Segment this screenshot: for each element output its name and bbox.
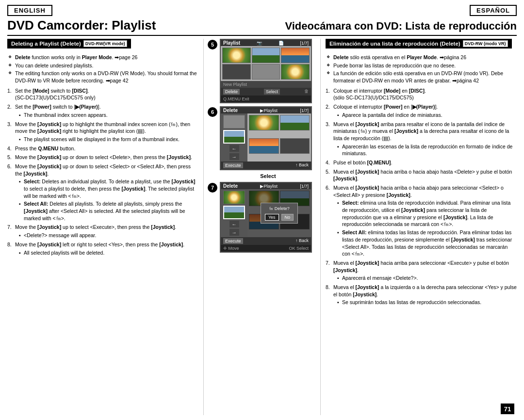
step-circle-7: 7 (208, 183, 217, 193)
note-item: You can delete undesired playlists. (8, 62, 198, 69)
step-es-1: 1. Coloque el interruptor [Mode] en [DIS… (326, 87, 517, 101)
lcd-screen-6: Delete ▶Playlist [1/7] ← → (220, 106, 312, 170)
lcd-screen-7: Delete ▶Playlist [1/7] ← → (220, 182, 312, 253)
step-5: 5. Move the [Joystick] up or down to sel… (7, 154, 198, 161)
lcd-screen-5: Playlist 📷 📄 [1/7] (220, 39, 312, 103)
select-label: Select (220, 173, 316, 179)
note-item: The editing function only works on a DVD… (8, 70, 198, 84)
screens-area: 5 Playlist 📷 📄 [1/7] (204, 39, 320, 415)
step-1: 1. Set the [Mode] switch to [DISC].(SC-D… (7, 87, 198, 101)
step-es-8: 8. Mueva el [Joystick] a la izquierda o … (326, 284, 517, 306)
main-title-en: DVD Camcorder: Playlist (7, 18, 156, 33)
step-es-3: 3. Mueva el [Joystick] arriba para resal… (326, 121, 517, 157)
step-es-6: 6. Mueva el [Joystick] hacia arriba o ha… (326, 184, 517, 258)
step-2: 2. Set the [Power] switch to [▶(Player)]… (7, 103, 198, 118)
step-es-5: 5. Mueva el [Joystick] hacia arriba o ha… (326, 168, 517, 182)
step-es-2: 2. Coloque el interruptor [Power] en [▶(… (326, 103, 517, 118)
page-number: 71 (501, 404, 514, 414)
espanol-badge: ESPAÑOL (470, 5, 517, 16)
notes-list-es: Delete sólo está operativa en el Player … (326, 54, 517, 84)
step-6: 6. Move the [Joystick] up or down to sel… (7, 163, 198, 222)
step-circle-5: 5 (208, 40, 217, 49)
step-es-7: 7. Mueva el [Joystick] hacia arriba para… (326, 259, 517, 282)
steps-list-en: 1. Set the [Mode] switch to [DISC].(SC-D… (7, 87, 198, 256)
note-item: Delete function works only in Player Mod… (8, 54, 198, 61)
step-circle-6: 6 (208, 107, 217, 117)
step-es-4: 4. Pulse el botón [Q.MENU]. (326, 159, 517, 166)
section-header-es: Eliminación de una lista de reproducción… (326, 39, 512, 48)
english-badge: ENGLISH (7, 5, 52, 16)
step-7: 7. Move the [Joystick] up to select <Exe… (7, 224, 198, 239)
step-8: 8. Move the [Joystick] left or right to … (7, 241, 198, 256)
step-3: 3. Move the [Joystick] up to highlight t… (7, 121, 198, 143)
steps-list-es: 1. Coloque el interruptor [Mode] en [DIS… (326, 87, 517, 306)
step-4: 4. Press the Q.MENU button. (7, 145, 198, 152)
main-title-es: Videocámara con DVD: Lista de reproducci… (285, 20, 517, 32)
notes-list-en: Delete function works only in Player Mod… (7, 54, 198, 84)
note-item-es: La función de edición sólo está operativ… (327, 70, 517, 84)
note-item-es: Delete sólo está operativa en el Player … (327, 54, 517, 61)
note-item-es: Puede borrar las listas de reproducción … (327, 62, 517, 69)
section-header-en: Deleting a Playlist (Delete) DVD-RW(VR m… (7, 39, 131, 48)
